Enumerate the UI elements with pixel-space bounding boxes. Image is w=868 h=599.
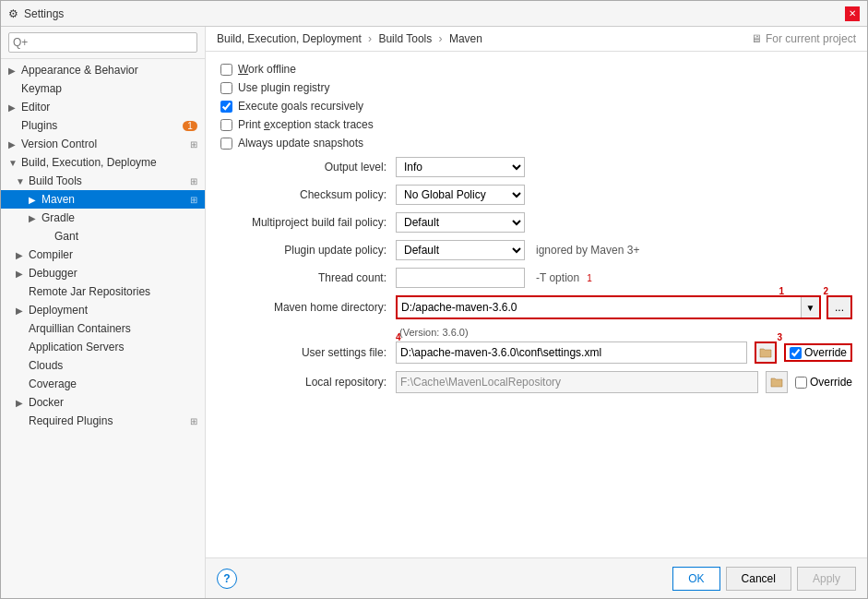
- local-repo-folder-btn[interactable]: [766, 371, 788, 393]
- sidebar-item-editor[interactable]: ▶ Editor: [1, 98, 205, 116]
- folder-icon: [759, 347, 772, 358]
- main-panel: Build, Execution, Deployment › Build Too…: [206, 27, 867, 598]
- multiproject-policy-select[interactable]: Default: [396, 212, 525, 233]
- sidebar-item-appearance[interactable]: ▶ Appearance & Behavior: [1, 61, 205, 79]
- local-repo-row: Local repository: Override: [220, 371, 852, 393]
- badge-3-folder: 3: [777, 332, 782, 342]
- form-table: Output level: Info Debug Error Checksum …: [220, 157, 852, 393]
- close-button[interactable]: ✕: [845, 6, 860, 21]
- sidebar-item-remote-jar[interactable]: Remote Jar Repositories: [1, 282, 205, 301]
- always-update-row: Always update snapshots: [220, 137, 852, 150]
- ignored-note: ignored by Maven 3+: [536, 244, 639, 257]
- local-repo-input[interactable]: [397, 372, 757, 392]
- title-bar: ⚙ Settings ✕: [1, 1, 867, 27]
- expand-arrow: ▶: [29, 195, 42, 205]
- local-repo-label: Local repository:: [220, 376, 396, 389]
- maven-home-browse-btn[interactable]: ...: [826, 295, 852, 319]
- sidebar-item-gradle[interactable]: ▶ Gradle: [1, 209, 205, 227]
- plugin-update-label: Plugin update policy:: [220, 244, 396, 257]
- sidebar-tree: ▶ Appearance & Behavior Keymap ▶ Editor …: [1, 59, 205, 598]
- sidebar-item-deployment[interactable]: ▶ Deployment: [1, 301, 205, 319]
- sidebar-item-build-tools[interactable]: ▼ Build Tools ⊞: [1, 172, 205, 190]
- expand-arrow: ▶: [8, 66, 21, 76]
- sidebar: ▶ Appearance & Behavior Keymap ▶ Editor …: [1, 27, 206, 598]
- maven-home-label: Maven home directory:: [220, 301, 396, 314]
- sidebar-item-keymap[interactable]: Keymap: [1, 79, 205, 98]
- sidebar-item-arquillian[interactable]: Arquillian Containers: [1, 319, 205, 338]
- ok-button[interactable]: OK: [672, 567, 719, 591]
- multiproject-policy-control: Default: [396, 212, 852, 233]
- thread-count-label: Thread count:: [220, 271, 396, 284]
- user-settings-input-container: [396, 341, 747, 364]
- checksum-policy-select[interactable]: No Global Policy: [396, 185, 525, 205]
- user-settings-row: User settings file: 4 3: [220, 341, 852, 364]
- always-update-label: Always update snapshots: [238, 137, 363, 150]
- user-settings-override-container: Override: [784, 343, 852, 362]
- checksum-policy-row: Checksum policy: No Global Policy: [220, 185, 852, 205]
- user-settings-control: 4 3: [396, 341, 852, 364]
- folder-icon-local: [770, 377, 783, 388]
- breadcrumb: Build, Execution, Deployment › Build Too…: [217, 32, 482, 45]
- user-settings-folder-btn[interactable]: [755, 341, 777, 364]
- thread-count-control: -T option 1: [396, 268, 852, 288]
- maven-home-input[interactable]: [398, 297, 801, 317]
- version-label: (Version: 3.6.0): [399, 327, 469, 338]
- t-option-note: -T option: [536, 271, 579, 284]
- current-project-label: 🖥 For current project: [751, 32, 856, 45]
- local-repo-override-container: Override: [795, 376, 852, 389]
- badge-2: 2: [823, 286, 828, 296]
- badge-4: 4: [396, 332, 401, 342]
- expand-arrow: ▶: [29, 213, 42, 223]
- expand-arrow: ▶: [16, 398, 29, 408]
- sidebar-item-docker[interactable]: ▶ Docker: [1, 393, 205, 412]
- plugin-update-select[interactable]: Default: [396, 240, 525, 260]
- sidebar-item-clouds[interactable]: Clouds: [1, 356, 205, 375]
- breadcrumb-part2: Build Tools: [378, 32, 432, 45]
- local-repo-control: Override: [396, 371, 852, 393]
- print-exception-checkbox[interactable]: [220, 119, 232, 131]
- thread-count-input[interactable]: [396, 268, 525, 288]
- local-repo-override-checkbox[interactable]: [795, 377, 807, 389]
- required-icon: ⊞: [190, 416, 197, 426]
- help-button[interactable]: ?: [217, 569, 237, 589]
- execute-goals-checkbox[interactable]: [220, 101, 232, 113]
- plugin-update-row: Plugin update policy: Default ignored by…: [220, 240, 852, 260]
- work-offline-checkbox[interactable]: [220, 64, 232, 76]
- sidebar-item-version-control[interactable]: ▶ Version Control ⊞: [1, 135, 205, 153]
- apply-button[interactable]: Apply: [797, 567, 856, 591]
- breadcrumb-sep1: ›: [368, 32, 372, 45]
- execute-goals-row: Execute goals recursively: [220, 100, 852, 113]
- user-settings-input[interactable]: [397, 342, 746, 363]
- cancel-button[interactable]: Cancel: [726, 567, 791, 591]
- title-bar-title: ⚙ Settings: [8, 7, 64, 20]
- main-content: ▶ Appearance & Behavior Keymap ▶ Editor …: [1, 27, 867, 598]
- always-update-checkbox[interactable]: [220, 138, 232, 150]
- settings-icon: ⊞: [190, 176, 197, 186]
- sidebar-item-plugins[interactable]: Plugins 1: [1, 116, 205, 135]
- search-box: [1, 27, 205, 59]
- sidebar-item-debugger[interactable]: ▶ Debugger: [1, 264, 205, 282]
- work-offline-label: Work offline: [238, 63, 296, 76]
- sidebar-item-coverage[interactable]: Coverage: [1, 375, 205, 393]
- user-settings-label: User settings file:: [220, 346, 396, 359]
- output-level-row: Output level: Info Debug Error: [220, 157, 852, 177]
- maven-home-dropdown-btn[interactable]: ▼: [801, 297, 819, 317]
- expand-arrow: ▼: [16, 176, 29, 186]
- settings-content: Work offline Use plugin registry Execute…: [206, 52, 867, 557]
- search-input[interactable]: [8, 32, 197, 53]
- expand-arrow: ▶: [16, 269, 29, 279]
- sidebar-item-required-plugins[interactable]: Required Plugins ⊞: [1, 412, 205, 430]
- sidebar-item-gant[interactable]: Gant: [1, 227, 205, 246]
- use-plugin-registry-checkbox[interactable]: [220, 82, 232, 94]
- print-exception-label: Print exception stack traces: [238, 118, 374, 131]
- settings-window: ⚙ Settings ✕ ▶ Appearance & Behavior Key…: [0, 0, 868, 599]
- output-level-select[interactable]: Info Debug Error: [396, 157, 525, 177]
- execute-goals-label: Execute goals recursively: [238, 100, 363, 113]
- checksum-policy-label: Checksum policy:: [220, 188, 396, 201]
- sidebar-item-maven[interactable]: ▶ Maven ⊞: [1, 190, 205, 209]
- vcs-icon: ⊞: [190, 139, 197, 150]
- sidebar-item-app-servers[interactable]: Application Servers: [1, 338, 205, 356]
- user-settings-override-checkbox[interactable]: [790, 347, 802, 359]
- sidebar-item-build-exec[interactable]: ▼ Build, Execution, Deployme: [1, 153, 205, 172]
- sidebar-item-compiler[interactable]: ▶ Compiler: [1, 246, 205, 264]
